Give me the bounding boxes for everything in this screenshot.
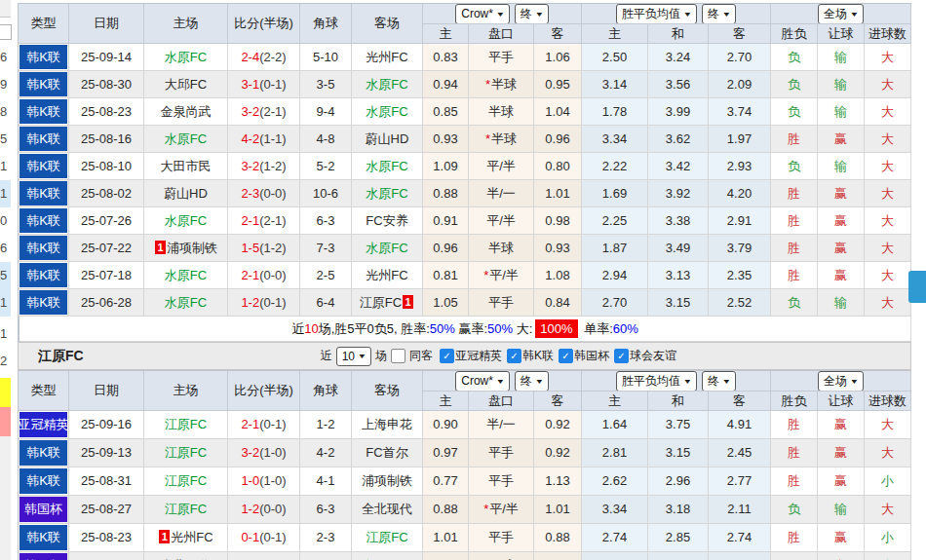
home-team[interactable]: 大邱FC <box>165 77 207 92</box>
euro-home-odds: 2.62 <box>582 467 648 496</box>
table-row: 韩K联 25-08-23 金泉尚武 3-2(2-1) 9-4 水原FC 0.85… <box>19 98 911 126</box>
score-cell[interactable]: 2-1(2-1) <box>228 207 300 235</box>
home-team[interactable]: 水原FC <box>165 131 207 146</box>
score-cell[interactable]: 1-2(0-0) <box>228 496 300 524</box>
score-cell[interactable]: 2-1(0-1) <box>228 411 300 439</box>
score-cell[interactable]: 2-3(0-0) <box>228 180 300 207</box>
home-team[interactable]: 江原FC <box>165 502 207 516</box>
match-count-select[interactable]: 10▼ <box>336 347 371 366</box>
scope-select[interactable]: 全场▼ <box>818 371 864 392</box>
away-team[interactable]: 上海申花 <box>362 417 412 431</box>
caret-down-icon: ▼ <box>850 378 860 385</box>
away-team[interactable]: 水原FC <box>366 77 407 92</box>
scope-select[interactable]: 全场▼ <box>818 4 864 24</box>
league-badge[interactable]: 韩K联 <box>19 45 67 69</box>
asian-away-odds: 1.01 <box>534 180 582 207</box>
score-cell[interactable]: 3-1(0-1) <box>228 71 300 98</box>
odds-company-select[interactable]: Crow*▼ <box>455 371 510 392</box>
league-filter: ✓亚冠精英 <box>440 348 502 364</box>
score-cell[interactable]: 2-1(0-0) <box>228 262 300 289</box>
home-team[interactable]: 江原FC <box>165 473 207 488</box>
home-team[interactable]: 光州FC <box>171 530 212 544</box>
score-cell[interactable]: 4-2(1-1) <box>228 126 300 153</box>
league-badge[interactable]: 亚冠精英 <box>19 412 67 437</box>
league-badge[interactable]: 韩国杯 <box>19 497 67 522</box>
home-team[interactable]: 江原FC <box>165 445 207 460</box>
league-badge[interactable]: 韩K联 <box>19 127 67 151</box>
half-time-score: (1-2) <box>259 159 286 173</box>
asian-away-odds: 1.13 <box>534 467 582 496</box>
away-team[interactable]: 蔚山HD <box>366 131 409 146</box>
home-team[interactable]: 金泉尚武 <box>161 104 212 119</box>
league-filter-checkbox[interactable]: ✓ <box>507 349 521 363</box>
result-goals: 大 <box>865 98 911 126</box>
home-team[interactable]: 水原FC <box>165 268 207 282</box>
home-team[interactable]: 水原FC <box>165 50 207 64</box>
away-team[interactable]: 江原FC <box>360 295 402 310</box>
final-score: 4-2 <box>241 131 259 146</box>
home-team[interactable]: 水原FC <box>165 295 207 310</box>
score-cell[interactable]: 1-5(1-2) <box>228 235 300 262</box>
league-cell: 韩K联 <box>19 207 69 235</box>
euro-draw-odds: 3.99 <box>648 98 709 126</box>
euro-stage-select[interactable]: 终▼ <box>702 371 736 392</box>
euro-avg-select[interactable]: 胜平负均值▼ <box>616 371 697 392</box>
same-away-checkbox[interactable] <box>391 349 405 363</box>
home-team[interactable]: 蔚山HD <box>164 186 208 201</box>
odds-stage-select[interactable]: 终▼ <box>515 371 549 392</box>
away-team[interactable]: 江原FC <box>366 530 407 544</box>
score-cell[interactable]: 1-0(1-0) <box>228 467 300 496</box>
euro-stage-value: 终 <box>708 6 719 22</box>
league-filter-checkbox[interactable]: ✓ <box>440 349 454 363</box>
league-badge[interactable]: 韩K联 <box>19 154 67 178</box>
odds-stage-select[interactable]: 终▼ <box>515 4 549 24</box>
away-team[interactable]: 全北现代 <box>362 502 412 516</box>
away-team[interactable]: 水原FC <box>366 186 407 201</box>
home-team[interactable]: 江原FC <box>165 417 207 431</box>
euro-avg-select[interactable]: 胜平负均值▼ <box>616 4 697 24</box>
floating-side-button[interactable] <box>908 271 926 303</box>
league-filter-checkbox[interactable]: ✓ <box>559 349 573 363</box>
home-team[interactable]: 大田市民 <box>161 159 212 173</box>
table-row: 韩K联 25-08-31 江原FC 1-0(1-0) 4-1 浦项制铁 0.77… <box>19 467 911 496</box>
corner-count: 1-2 <box>300 411 352 439</box>
euro-draw-odds: 3.15 <box>648 439 709 467</box>
league-badge[interactable]: 韩K联 <box>19 263 67 287</box>
subcol-euro-home: 主 <box>582 392 648 411</box>
league-badge[interactable]: 韩K联 <box>19 208 67 233</box>
away-team[interactable]: FC首尔 <box>366 445 407 460</box>
score-cell[interactable]: 1-1(0-0) <box>228 552 300 560</box>
away-team[interactable]: FC安养 <box>366 213 407 228</box>
league-badge[interactable]: 韩K联 <box>19 236 67 260</box>
home-team[interactable]: 浦项制铁 <box>167 241 217 255</box>
league-badge[interactable]: 韩K联 <box>19 440 67 466</box>
clipped-digit: 2 <box>0 348 11 375</box>
half-time-score: (0-1) <box>259 530 286 544</box>
score-cell[interactable]: 3-2(2-1) <box>228 98 300 126</box>
league-badge[interactable]: 韩国杯 <box>19 553 67 560</box>
away-team[interactable]: 水原FC <box>366 241 407 255</box>
score-cell[interactable]: 3-2(1-2) <box>228 153 300 180</box>
away-team[interactable]: 浦项制铁 <box>362 473 412 488</box>
asian-away-odds: 0.95 <box>534 71 582 98</box>
score-cell[interactable]: 2-4(2-2) <box>228 44 300 71</box>
league-badge[interactable]: 韩K联 <box>19 181 67 205</box>
euro-stage-select[interactable]: 终▼ <box>702 4 736 24</box>
league-badge[interactable]: 韩K联 <box>19 525 67 550</box>
score-cell[interactable]: 1-2(0-1) <box>228 289 300 317</box>
odds-company-select[interactable]: Crow*▼ <box>455 4 510 24</box>
home-team[interactable]: 水原FC <box>165 213 207 228</box>
score-cell[interactable]: 3-2(1-0) <box>228 439 300 467</box>
away-team[interactable]: 光州FC <box>366 50 407 64</box>
away-team[interactable]: 水原FC <box>366 104 407 119</box>
league-filter-checkbox[interactable]: ✓ <box>614 349 629 363</box>
league-cell: 韩K联 <box>19 235 69 262</box>
score-cell[interactable]: 0-1(0-1) <box>228 524 300 552</box>
league-badge[interactable]: 韩K联 <box>19 290 67 315</box>
euro-home-odds: 2.81 <box>582 439 648 467</box>
away-team[interactable]: 光州FC <box>366 268 407 282</box>
league-badge[interactable]: 韩K联 <box>19 72 67 96</box>
away-team[interactable]: 水原FC <box>366 159 407 173</box>
league-badge[interactable]: 韩K联 <box>19 99 67 124</box>
league-badge[interactable]: 韩K联 <box>19 468 67 494</box>
